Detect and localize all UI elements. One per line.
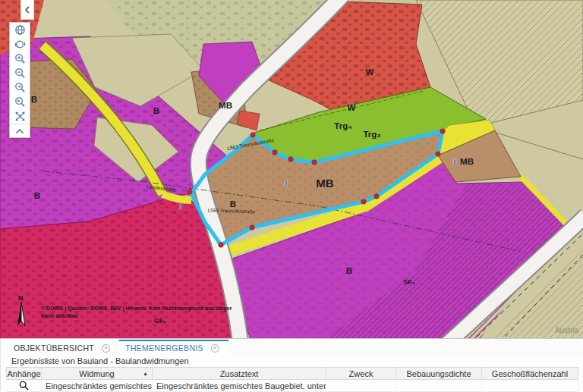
- close-tab-icon[interactable]: ✕: [211, 344, 219, 353]
- results-panel: OBJEKTÜBERSICHT ✕ THEMENERGEBNIS ✕ Ergeb…: [0, 340, 583, 392]
- row-zweck-cell: [326, 380, 396, 391]
- full-extent-icon: [14, 111, 26, 122]
- column-header-bebauungsdichte[interactable]: Bebauungsdichte: [396, 368, 482, 379]
- row-geschossflaechenzahl-cell: [482, 380, 578, 391]
- collapse-sidebar-button[interactable]: [20, 0, 34, 20]
- zoom-previous-icon: [14, 82, 26, 93]
- tab-label: OBJEKTÜBERSICHT: [14, 343, 94, 353]
- column-header-label: Widmung: [79, 369, 114, 378]
- selection-vertex-dot: [361, 199, 366, 204]
- column-header-anhaenge[interactable]: Anhänge: [6, 368, 42, 379]
- selection-vertex-dot: [312, 160, 317, 165]
- row-attachment-cell[interactable]: [6, 380, 42, 391]
- result-list-subtitle: Ergebnisliste von Bauland - Baulandwidmu…: [1, 355, 583, 367]
- magnifier-icon: [19, 381, 29, 390]
- selection-vertex-dot: [440, 129, 445, 133]
- next-extent-button[interactable]: [10, 95, 30, 109]
- column-header-zusatztext[interactable]: Zusatztext: [153, 368, 326, 379]
- selection-vertex-dot: [251, 133, 255, 137]
- close-tab-icon[interactable]: ✕: [102, 344, 110, 353]
- overview-map-button[interactable]: [10, 23, 30, 37]
- map-viewport[interactable]: L563 TraunuferstraßeLandesstraßeL563 Tra…: [0, 0, 583, 339]
- chevron-up-icon: [15, 128, 24, 134]
- sort-ascending-icon: ▲: [143, 371, 148, 376]
- map-toolbar: [9, 22, 30, 138]
- collapse-toolbar-button[interactable]: [10, 124, 30, 137]
- full-extent-button[interactable]: [10, 109, 30, 124]
- zoom-out-button[interactable]: [10, 66, 30, 80]
- tab-objektuebersicht[interactable]: OBJEKTÜBERSICHT ✕: [8, 340, 119, 355]
- globe-refresh-icon: [14, 39, 26, 50]
- zoom-out-icon: [14, 67, 26, 79]
- chevron-left-icon: [24, 6, 30, 14]
- table-header-row: Anhänge Widmung ▲ Zusatztext Zweck Bebau…: [6, 367, 578, 380]
- basemap-credit: Austria: [555, 326, 578, 334]
- table-row[interactable]: Eingeschränktes gemischtes Baug... Einge…: [6, 380, 578, 392]
- north-arrow: N: [15, 294, 35, 331]
- selection-vertex-dot: [436, 152, 440, 156]
- north-arrow-icon: [15, 300, 32, 329]
- results-table: Anhänge Widmung ▲ Zusatztext Zweck Bebau…: [6, 367, 578, 392]
- row-bebauungsdichte-cell: [396, 380, 482, 391]
- column-header-zweck[interactable]: Zweck: [326, 368, 396, 379]
- selection-vertex-dot: [273, 150, 277, 155]
- selection-vertex-dot: [250, 225, 254, 230]
- selection-vertex-dot: [219, 243, 223, 247]
- row-zusatztext-cell: Eingeschränktes gemischtes Baugebiet, un…: [153, 380, 326, 391]
- column-header-widmung[interactable]: Widmung ▲: [42, 368, 153, 379]
- map-attribution: © DORIS | Quellen: DORIS, BEV | Hinweis:…: [41, 305, 232, 320]
- zoom-next-icon: [14, 96, 26, 108]
- zoom-in-icon: [14, 53, 26, 64]
- zoning-map-canvas: [0, 0, 583, 339]
- reset-view-button[interactable]: [10, 37, 30, 52]
- selection-vertex-dot: [288, 157, 293, 162]
- selection-vertex-dot: [374, 194, 379, 199]
- globe-icon: [14, 24, 26, 36]
- row-widmung-cell: Eingeschränktes gemischtes Baug...: [42, 380, 153, 391]
- tab-themenergebnis[interactable]: THEMENERGEBNIS ✕: [119, 340, 228, 355]
- selection-vertex-dot: [188, 190, 192, 194]
- panel-tab-bar: OBJEKTÜBERSICHT ✕ THEMENERGEBNIS ✕: [1, 340, 583, 355]
- column-header-geschossflaechenzahl[interactable]: Geschoßflächenzahl: [482, 368, 578, 379]
- doris-map-app: L563 TraunuferstraßeLandesstraßeL563 Tra…: [0, 0, 583, 392]
- previous-extent-button[interactable]: [10, 80, 30, 95]
- tab-label: THEMENERGEBNIS: [125, 343, 203, 353]
- zoom-in-button[interactable]: [10, 52, 30, 66]
